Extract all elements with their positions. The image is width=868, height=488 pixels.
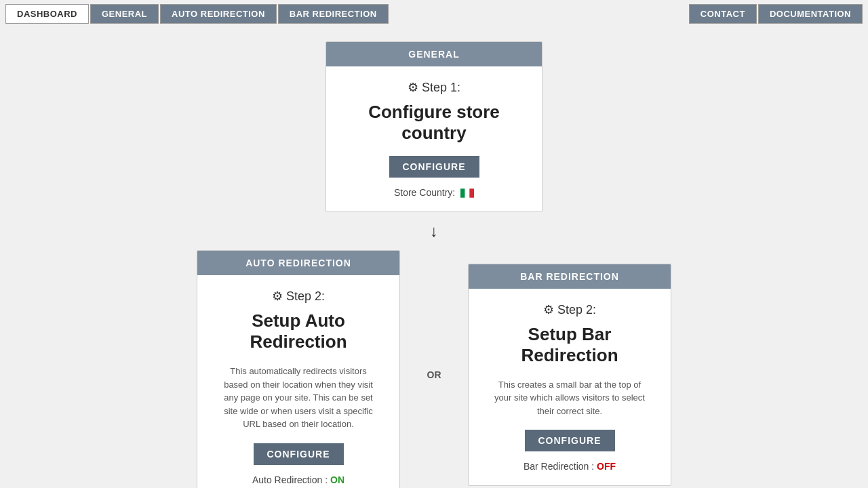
general-step-label: Step 1: — [422, 81, 460, 94]
auto-configure-button[interactable]: CONFIGURE — [254, 443, 344, 465]
auto-status-value: ON — [330, 474, 344, 485]
bar-redirection-card: BAR REDIRECTION ⚙ Step 2: Setup Bar Redi… — [468, 264, 671, 487]
auto-redirection-card: AUTO REDIRECTION ⚙ Step 2: Setup Auto Re… — [197, 250, 400, 488]
svg-rect-2 — [469, 189, 474, 198]
general-status-label: Store Country: — [394, 187, 455, 198]
auto-status-line: Auto Redirection : ON — [218, 474, 379, 485]
nav-documentation[interactable]: DOCUMENTATION — [758, 4, 863, 24]
auto-redirection-body: ⚙ Step 2: Setup Auto Redirection This au… — [197, 275, 399, 488]
bar-step-title: ⚙ Step 2: — [489, 302, 650, 317]
general-status-line: Store Country: — [347, 187, 521, 198]
nav-left: DASHBOARD GENERAL AUTO REDIRECTION BAR R… — [5, 4, 688, 24]
auto-description: This automatically redirects visitors ba… — [218, 365, 379, 431]
bar-status-line: Bar Redirection : OFF — [489, 461, 650, 472]
auto-status-label: Auto Redirection : — [252, 474, 328, 485]
top-nav: DASHBOARD GENERAL AUTO REDIRECTION BAR R… — [0, 0, 868, 28]
bar-configure-button[interactable]: CONFIGURE — [525, 430, 615, 451]
bar-status-label: Bar Redirection : — [524, 461, 594, 472]
bottom-row: AUTO REDIRECTION ⚙ Step 2: Setup Auto Re… — [197, 250, 671, 488]
nav-contact[interactable]: CONTACT — [689, 4, 757, 24]
nav-auto-redirection[interactable]: AUTO REDIRECTION — [160, 4, 277, 24]
general-main-title: Configure store country — [347, 102, 521, 144]
bar-main-title: Setup Bar Redirection — [489, 324, 650, 366]
bar-redirection-body: ⚙ Step 2: Setup Bar Redirection This cre… — [469, 289, 671, 486]
general-card-body: ⚙ Step 1: Configure store country CONFIG… — [326, 66, 542, 211]
svg-rect-1 — [465, 189, 470, 198]
auto-main-title: Setup Auto Redirection — [218, 310, 379, 352]
arrow-down: ↓ — [430, 223, 438, 239]
nav-bar-redirection[interactable]: BAR REDIRECTION — [278, 4, 389, 24]
nav-right: CONTACT DOCUMENTATION — [689, 4, 863, 24]
auto-step-title: ⚙ Step 2: — [218, 289, 379, 304]
bar-redirection-header: BAR REDIRECTION — [469, 264, 671, 289]
general-step-title: ⚙ Step 1: — [347, 80, 521, 95]
bar-step-label: Step 2: — [557, 303, 596, 317]
auto-redirection-header: AUTO REDIRECTION — [197, 251, 399, 275]
gear-icon: ⚙ — [408, 81, 418, 94]
gear-icon-bar: ⚙ — [543, 303, 554, 317]
italy-flag-icon — [460, 188, 474, 198]
general-card-header: GENERAL — [326, 42, 542, 66]
general-card: GENERAL ⚙ Step 1: Configure store countr… — [326, 41, 542, 212]
nav-general[interactable]: GENERAL — [90, 4, 159, 24]
gear-icon-auto: ⚙ — [272, 289, 283, 303]
or-divider: OR — [414, 369, 455, 380]
nav-dashboard[interactable]: DASHBOARD — [5, 4, 89, 24]
main-content: GENERAL ⚙ Step 1: Configure store countr… — [0, 28, 868, 488]
bar-status-value: OFF — [597, 461, 616, 472]
general-configure-button[interactable]: CONFIGURE — [389, 156, 479, 178]
auto-step-label: Step 2: — [286, 289, 325, 303]
svg-rect-0 — [460, 189, 465, 198]
bar-description: This creates a small bar at the top of y… — [489, 378, 650, 418]
